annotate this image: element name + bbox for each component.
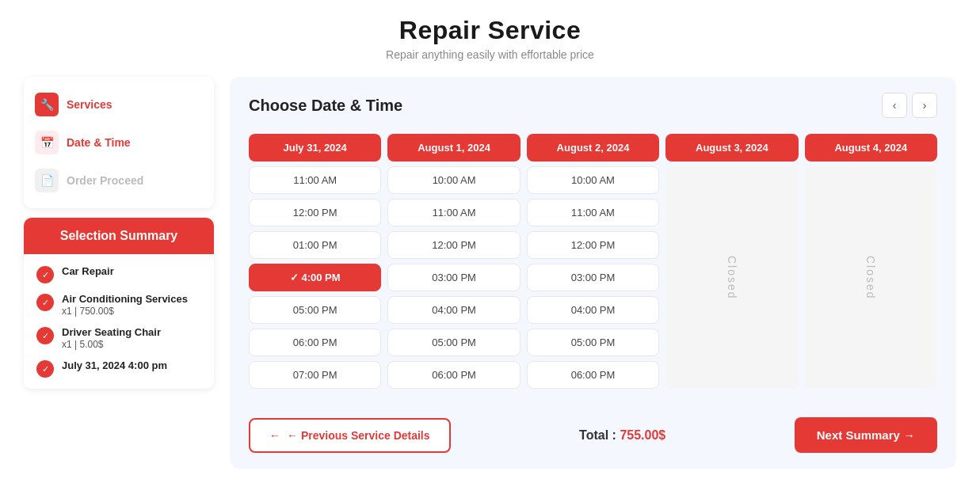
date-header-1: August 1, 2024 [387, 134, 520, 162]
total-label: Total : [579, 428, 616, 442]
date-column-3: August 3, 2024 Closed [665, 134, 798, 389]
time-slot[interactable]: 05:00 PM [249, 296, 381, 324]
time-slot-selected[interactable]: 4:00 PM [249, 264, 381, 291]
panel-title: Choose Date & Time [249, 97, 402, 115]
time-slot[interactable]: 10:00 AM [387, 166, 520, 194]
time-slot[interactable]: 12:00 PM [387, 231, 520, 259]
main-panel: Choose Date & Time ‹ › July 31, 2024 11:… [230, 77, 956, 469]
summary-header: Selection Summary [24, 218, 214, 254]
time-slot[interactable]: 06:00 PM [387, 361, 520, 389]
total-amount: 755.00$ [620, 428, 665, 442]
step-services[interactable]: 🔧 Services [35, 89, 203, 120]
time-slot[interactable]: 11:00 AM [249, 166, 381, 194]
date-column-4: August 4, 2024 Closed [805, 134, 937, 389]
services-icon: 🔧 [35, 93, 59, 116]
summary-item-car-repair: ✓ Car Repair [36, 265, 201, 283]
page-wrapper: Repair Service Repair anything easily wi… [0, 0, 980, 498]
date-header-4: August 4, 2024 [805, 134, 937, 162]
time-slot[interactable]: 04:00 PM [387, 296, 520, 324]
check-icon-seat: ✓ [36, 327, 54, 344]
time-slot[interactable]: 03:00 PM [527, 264, 659, 291]
time-slot[interactable]: 10:00 AM [527, 166, 659, 194]
order-icon: 📄 [35, 169, 59, 192]
car-repair-title: Car Repair [62, 265, 114, 277]
date-header-3: August 3, 2024 [665, 134, 798, 162]
date-column-1: August 1, 2024 10:00 AM 11:00 AM 12:00 P… [387, 134, 520, 389]
time-slot[interactable]: 11:00 AM [387, 199, 520, 226]
time-slot[interactable]: 07:00 PM [249, 361, 381, 389]
seat-qty: x1 [62, 339, 72, 350]
date-column-0: July 31, 2024 11:00 AM 12:00 PM 01:00 PM… [249, 134, 381, 389]
calendar-grid: July 31, 2024 11:00 AM 12:00 PM 01:00 PM… [249, 134, 937, 389]
prev-button-label: ← Previous Service Details [287, 429, 430, 442]
time-slot[interactable]: 01:00 PM [249, 231, 381, 259]
time-slot[interactable]: 06:00 PM [527, 361, 659, 389]
next-button-label: Next Summary → [817, 428, 915, 442]
total-section: Total : 755.00$ [579, 428, 665, 443]
summary-item-air-conditioning: ✓ Air Conditioning Services x1 | 750.00$ [36, 293, 201, 317]
ac-qty: x1 [62, 306, 72, 317]
step-datetime-label: Date & Time [67, 136, 131, 149]
driver-seating-title: Driver Seating Chair [62, 326, 161, 338]
prev-arrow-icon: ← [269, 429, 280, 442]
time-slot[interactable]: 05:00 PM [527, 329, 659, 356]
step-order-label: Order Proceed [67, 174, 143, 187]
closed-text-4: Closed [864, 256, 877, 300]
check-icon-dt: ✓ [36, 360, 54, 378]
air-conditioning-title: Air Conditioning Services [62, 293, 188, 305]
time-slot[interactable]: 06:00 PM [249, 329, 381, 356]
air-conditioning-detail: x1 | 750.00$ [62, 306, 188, 317]
check-icon-ac: ✓ [36, 294, 54, 311]
check-icon-car: ✓ [36, 266, 54, 283]
nav-arrows: ‹ › [882, 93, 937, 118]
time-slot[interactable]: 11:00 AM [527, 199, 659, 226]
closed-text-3: Closed [726, 256, 738, 300]
prev-arrow-button[interactable]: ‹ [882, 93, 907, 118]
time-slot[interactable]: 03:00 PM [387, 264, 520, 291]
panel-footer: ← ← Previous Service Details Total : 755… [249, 405, 937, 453]
step-order[interactable]: 📄 Order Proceed [35, 165, 203, 196]
sidebar: 🔧 Services 📅 Date & Time 📄 Order Proceed… [24, 77, 214, 469]
ac-price: 750.00$ [79, 306, 113, 317]
summary-body: ✓ Car Repair ✓ Air Conditioning Services… [24, 254, 214, 389]
driver-seating-detail: x1 | 5.00$ [62, 339, 161, 350]
datetime-icon: 📅 [35, 131, 59, 154]
time-slot[interactable]: 05:00 PM [387, 329, 520, 356]
page-header: Repair Service Repair anything easily wi… [386, 16, 594, 61]
next-summary-button[interactable]: Next Summary → [795, 417, 937, 453]
seat-price: 5.00$ [79, 339, 103, 350]
panel-header: Choose Date & Time ‹ › [249, 93, 937, 118]
page-title: Repair Service [386, 16, 594, 45]
date-header-2: August 2, 2024 [527, 134, 659, 162]
closed-column-3: Closed [665, 166, 798, 389]
summary-item-datetime: ✓ July 31, 2024 4:00 pm [36, 359, 201, 378]
step-services-label: Services [67, 98, 112, 111]
summary-item-driver-seating: ✓ Driver Seating Chair x1 | 5.00$ [36, 326, 201, 350]
closed-column-4: Closed [805, 166, 937, 389]
next-arrow-button[interactable]: › [912, 93, 937, 118]
date-column-2: August 2, 2024 10:00 AM 11:00 AM 12:00 P… [527, 134, 659, 389]
summary-card: Selection Summary ✓ Car Repair ✓ Air Con… [24, 218, 214, 389]
time-slot[interactable]: 12:00 PM [527, 231, 659, 259]
step-datetime[interactable]: 📅 Date & Time [35, 127, 203, 158]
date-header-0: July 31, 2024 [249, 134, 381, 162]
main-content: 🔧 Services 📅 Date & Time 📄 Order Proceed… [0, 77, 980, 469]
time-slot[interactable]: 12:00 PM [249, 199, 381, 226]
steps-card: 🔧 Services 📅 Date & Time 📄 Order Proceed [24, 77, 214, 208]
summary-datetime-value: July 31, 2024 4:00 pm [62, 359, 167, 371]
page-subtitle: Repair anything easily with effortable p… [386, 48, 594, 61]
prev-service-button[interactable]: ← ← Previous Service Details [249, 418, 451, 453]
time-slot[interactable]: 04:00 PM [527, 296, 659, 324]
